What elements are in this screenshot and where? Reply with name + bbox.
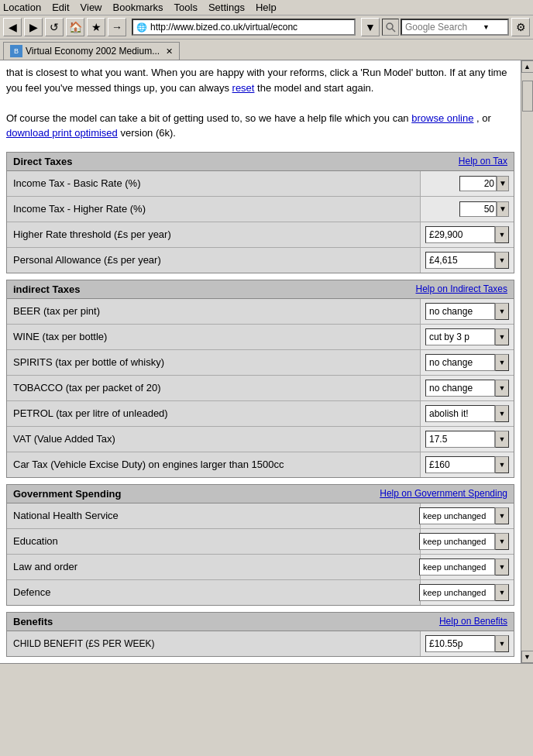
indirect-tax-label-0: BEER (tax per pint) (7, 299, 421, 324)
spin-down-1[interactable]: ▼ (497, 201, 509, 217)
address-bar[interactable]: 🌐 http://www.bized.co.uk/virtual/econc (132, 19, 356, 36)
indirect-tax-row-6: Car Tax (Vehicle Excise Duty) on engines… (7, 452, 514, 477)
indirect-taxes-title: indirect Taxes (13, 284, 80, 295)
dropdown-arrow-2[interactable]: ▼ (495, 226, 509, 243)
address-dropdown-button[interactable]: ▼ (361, 18, 380, 36)
indirect-taxes-help-link[interactable]: Help on Indirect Taxes (415, 284, 507, 294)
nhs-dropdown: keep unchanged ▼ (419, 507, 509, 524)
govt-label-1: Education (7, 529, 421, 554)
petrol-value: abolish it! (425, 405, 495, 422)
scroll-down-button[interactable]: ▼ (521, 651, 534, 663)
indirect-tax-label-5: VAT (Value Added Tax) (7, 427, 421, 452)
toolbar-settings-button[interactable]: ⚙ (511, 18, 530, 36)
benefits-header: Benefits Help on Benefits (7, 613, 514, 631)
spin-1: ▼ (459, 201, 509, 217)
reset-link[interactable]: reset (232, 82, 255, 94)
indirect-tax-row-1: WINE (tax per bottle) cut by 3 p ▼ (7, 325, 514, 350)
wine-arrow[interactable]: ▼ (495, 328, 509, 345)
spin-input-0[interactable] (459, 176, 497, 191)
direct-taxes-section: Direct Taxes Help on Tax Income Tax - Ba… (6, 152, 514, 273)
direct-tax-label-1: Income Tax - Higher Rate (%) (7, 197, 421, 222)
govt-spending-header: Government Spending Help on Government S… (7, 485, 514, 503)
direct-tax-label-2: Higher Rate threshold (£s per year) (7, 222, 421, 247)
menu-location[interactable]: Location (3, 2, 41, 13)
indirect-tax-label-1: WINE (tax per bottle) (7, 325, 421, 349)
scroll-track[interactable] (521, 73, 534, 651)
forward-button[interactable]: ▶ (24, 18, 43, 36)
direct-tax-label-3: Personal Allowance (£s per year) (7, 248, 421, 273)
browser-tab[interactable]: B Virtual Economy 2002 Medium... ✕ (3, 42, 180, 60)
indirect-tax-control-1: cut by 3 p ▼ (421, 325, 514, 349)
vertical-scrollbar: ▲ ▼ (521, 60, 533, 663)
search-icon (382, 19, 399, 36)
nhs-value: keep unchanged (419, 507, 495, 524)
scroll-thumb[interactable] (522, 81, 533, 112)
cartax-value: £160 (425, 456, 495, 473)
benefits-row-0: CHILD BENEFIT (£S PER WEEK) £10.55p ▼ (7, 631, 514, 656)
menu-help[interactable]: Help (256, 2, 277, 13)
benefits-help-link[interactable]: Help on Benefits (439, 616, 507, 627)
menu-tools[interactable]: Tools (174, 2, 198, 13)
go-button[interactable]: → (108, 18, 126, 36)
search-input[interactable] (405, 22, 483, 33)
bookmarks-button[interactable]: ★ (87, 18, 105, 36)
govt-control-2: keep unchanged ▼ (421, 555, 514, 579)
benefits-control-0: £10.55p ▼ (421, 632, 514, 655)
scroll-up-button[interactable]: ▲ (521, 60, 534, 73)
page-content: that is closest to what you want. When y… (0, 60, 521, 663)
statusbar (0, 663, 533, 679)
dropdown-arrow-3[interactable]: ▼ (495, 252, 509, 269)
indirect-tax-label-4: PETROL (tax per litre of unleaded) (7, 401, 421, 426)
indirect-tax-control-2: no change ▼ (421, 351, 514, 374)
benefits-label-0: CHILD BENEFIT (£S PER WEEK) (7, 631, 421, 656)
dropdown-2: £29,900 ▼ (425, 226, 509, 243)
tab-close-icon[interactable]: ✕ (166, 46, 173, 57)
spirits-arrow[interactable]: ▼ (495, 354, 509, 371)
svg-line-1 (392, 29, 395, 32)
home-button[interactable]: 🏠 (66, 18, 84, 36)
benefits-section: Benefits Help on Benefits CHILD BENEFIT … (6, 612, 514, 657)
indirect-tax-control-6: £160 ▼ (421, 453, 514, 476)
indirect-tax-row-5: VAT (Value Added Tax) 17.5 ▼ (7, 427, 514, 452)
direct-taxes-help-link[interactable]: Help on Tax (459, 156, 507, 167)
vat-arrow[interactable]: ▼ (495, 431, 509, 448)
child-benefit-arrow[interactable]: ▼ (495, 635, 509, 652)
intro-para1: that is closest to what you want. When y… (6, 65, 514, 95)
wine-dropdown: cut by 3 p ▼ (425, 328, 509, 345)
browser-window: that is closest to what you want. When y… (0, 60, 533, 663)
law-arrow[interactable]: ▼ (495, 558, 509, 576)
tobacco-arrow[interactable]: ▼ (495, 380, 509, 397)
search-box[interactable]: ▼ (401, 19, 509, 36)
govt-spending-help-link[interactable]: Help on Government Spending (380, 488, 507, 499)
beer-arrow[interactable]: ▼ (495, 303, 509, 320)
reload-button[interactable]: ↺ (45, 18, 64, 36)
back-button[interactable]: ◀ (3, 18, 22, 36)
direct-tax-row-3: Personal Allowance (£s per year) £4,615 … (7, 248, 514, 273)
menu-view[interactable]: View (81, 2, 102, 13)
indirect-tax-row-0: BEER (tax per pint) no change ▼ (7, 299, 514, 325)
toolbar: ◀ ▶ ↺ 🏠 ★ → 🌐 http://www.bized.co.uk/vir… (0, 15, 533, 40)
defence-arrow[interactable]: ▼ (495, 584, 509, 601)
menu-settings[interactable]: Settings (208, 2, 245, 13)
beer-dropdown: no change ▼ (425, 303, 509, 320)
cartax-arrow[interactable]: ▼ (495, 456, 509, 473)
spin-down-0[interactable]: ▼ (497, 176, 509, 191)
nhs-arrow[interactable]: ▼ (495, 507, 509, 524)
direct-tax-control-1: ▼ (421, 198, 514, 220)
law-dropdown: keep unchanged ▼ (419, 558, 509, 576)
dropdown-3: £4,615 ▼ (425, 252, 509, 269)
petrol-arrow[interactable]: ▼ (495, 405, 509, 422)
download-link[interactable]: download print optimised (6, 127, 118, 139)
browse-online-link[interactable]: browse online (411, 112, 473, 124)
spin-input-1[interactable] (459, 201, 497, 217)
education-arrow[interactable]: ▼ (495, 533, 509, 550)
indirect-tax-control-3: no change ▼ (421, 376, 514, 400)
direct-tax-control-2: £29,900 ▼ (421, 223, 514, 246)
menu-edit[interactable]: Edit (52, 2, 69, 13)
search-dropdown-icon: ▼ (483, 23, 490, 31)
tobacco-value: no change (425, 380, 495, 397)
menu-bookmarks[interactable]: Bookmarks (113, 2, 163, 13)
indirect-tax-label-2: SPIRITS (tax per bottle of whisky) (7, 350, 421, 375)
direct-taxes-header: Direct Taxes Help on Tax (7, 153, 514, 171)
beer-value: no change (425, 303, 495, 320)
